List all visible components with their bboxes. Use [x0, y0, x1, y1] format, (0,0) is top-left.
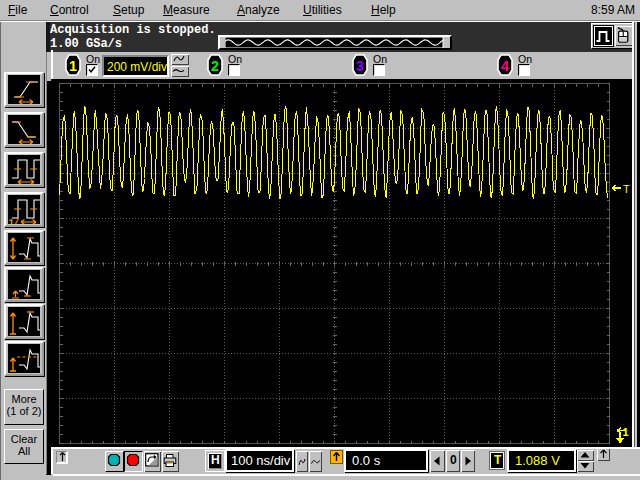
svg-text:T: T: [623, 183, 630, 195]
svg-text:1/: 1/: [9, 218, 20, 224]
svg-text:1: 1: [623, 426, 629, 438]
